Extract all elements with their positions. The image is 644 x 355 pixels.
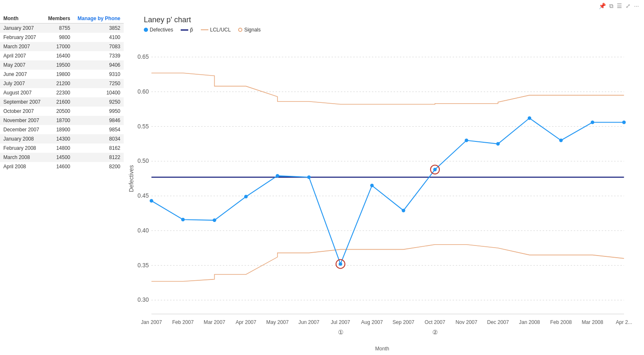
table-cell: 9854 — [74, 125, 124, 134]
table-cell: 14300 — [44, 134, 74, 144]
table-cell: 17000 — [44, 42, 74, 51]
table-row: October 2007205009950 — [0, 107, 124, 116]
table-row: September 2007216009250 — [0, 97, 124, 107]
svg-text:0.45: 0.45 — [138, 193, 149, 199]
table-cell: December 2007 — [0, 125, 44, 134]
legend-pbar: p̄ — [181, 27, 193, 33]
svg-point-40 — [339, 262, 342, 266]
legend-defectives: Defectives — [144, 27, 173, 33]
table-row: June 2007198009310 — [0, 70, 124, 79]
pbar-line — [181, 29, 188, 31]
svg-text:0.40: 0.40 — [138, 227, 149, 234]
legend-lcl-label: LCL/UCL — [210, 27, 231, 33]
legend-lcl: LCL/UCL — [201, 27, 231, 33]
svg-text:0.30: 0.30 — [138, 297, 149, 303]
toolbar: 📌 ⧉ ☰ ⤢ ··· — [0, 0, 644, 12]
lcl-line — [201, 29, 208, 30]
table-cell: 9846 — [74, 116, 124, 125]
table-cell: 18900 — [44, 125, 74, 134]
table-row: April 2008146008200 — [0, 162, 124, 171]
svg-text:0.50: 0.50 — [138, 158, 149, 164]
svg-point-47 — [559, 138, 563, 142]
col-members: Members — [44, 14, 74, 23]
svg-text:②: ② — [432, 329, 438, 336]
svg-point-43 — [433, 168, 436, 171]
table-cell: February 2008 — [0, 144, 44, 153]
svg-text:0.35: 0.35 — [138, 262, 149, 269]
table-cell: 14600 — [44, 162, 74, 171]
table-cell: May 2007 — [0, 60, 44, 70]
table-row: January 200787553852 — [0, 23, 124, 33]
svg-point-36 — [213, 219, 216, 222]
table-cell: 8034 — [74, 134, 124, 144]
filter-icon[interactable]: ☰ — [617, 3, 622, 10]
svg-text:Defectives: Defectives — [128, 165, 135, 192]
table-row: February 2008148008162 — [0, 144, 124, 153]
table-row: July 2007212007250 — [0, 79, 124, 88]
table-cell: 8162 — [74, 144, 124, 153]
table-row: January 2008143008034 — [0, 134, 124, 144]
svg-point-42 — [402, 209, 405, 212]
table-row: December 2007189009854 — [0, 125, 124, 134]
table-cell: November 2007 — [0, 116, 44, 125]
table-cell: 9250 — [74, 97, 124, 107]
signal-dot — [238, 28, 242, 32]
svg-point-37 — [244, 195, 247, 198]
table-cell: 8122 — [74, 153, 124, 162]
svg-point-35 — [181, 218, 184, 221]
chart-title: Laney p' chart — [127, 16, 637, 24]
table-cell: September 2007 — [0, 97, 44, 107]
table-row: February 200798004100 — [0, 33, 124, 42]
table-cell: 10400 — [74, 88, 124, 97]
table-row: November 2007187009846 — [0, 116, 124, 125]
table-cell: July 2007 — [0, 79, 44, 88]
svg-text:Oct 2007: Oct 2007 — [425, 319, 446, 325]
table-cell: January 2008 — [0, 134, 44, 144]
table-cell: 9310 — [74, 70, 124, 79]
table-cell: 3852 — [74, 23, 124, 33]
svg-text:Sep 2007: Sep 2007 — [392, 319, 414, 325]
svg-text:Apr 2...: Apr 2... — [616, 319, 632, 325]
svg-text:Feb 2007: Feb 2007 — [172, 319, 194, 325]
expand-icon[interactable]: ⤢ — [626, 3, 631, 10]
defectives-dot — [144, 28, 148, 32]
svg-text:Feb 2008: Feb 2008 — [550, 319, 572, 325]
table-row: March 2008145008122 — [0, 153, 124, 162]
table-cell: 18700 — [44, 116, 74, 125]
svg-text:Jan 2007: Jan 2007 — [141, 319, 162, 325]
svg-text:①: ① — [338, 329, 343, 336]
table-cell: 21600 — [44, 97, 74, 107]
table-cell: April 2008 — [0, 162, 44, 171]
svg-text:Jul 2007: Jul 2007 — [331, 319, 350, 325]
svg-text:May 2007: May 2007 — [266, 319, 289, 325]
chart-drawing-area: 0.300.350.400.450.500.550.600.65Defectiv… — [127, 34, 637, 345]
legend-signals-label: Signals — [244, 27, 260, 33]
table-cell: June 2007 — [0, 70, 44, 79]
table-cell: 19500 — [44, 60, 74, 70]
svg-text:Aug 2007: Aug 2007 — [361, 319, 383, 325]
svg-point-41 — [370, 184, 374, 187]
table-cell: 8200 — [74, 162, 124, 171]
table-cell: 14500 — [44, 153, 74, 162]
chart-panel: Laney p' chart Defectives p̄ LCL/UCL Sig… — [124, 12, 644, 355]
table-cell: 16400 — [44, 51, 74, 60]
table-cell: 9950 — [74, 107, 124, 116]
table-cell: 19800 — [44, 70, 74, 79]
table-cell: January 2007 — [0, 23, 44, 33]
svg-point-45 — [496, 142, 499, 146]
table-cell: March 2008 — [0, 153, 44, 162]
col-manage: Manage by Phone — [74, 14, 124, 23]
copy-icon[interactable]: ⧉ — [609, 3, 613, 10]
svg-point-49 — [622, 120, 626, 124]
more-icon[interactable]: ··· — [634, 3, 639, 10]
table-cell: 7339 — [74, 51, 124, 60]
legend-defectives-label: Defectives — [150, 27, 173, 33]
legend-pbar-label: p̄ — [190, 27, 193, 33]
table-row: April 2007164007339 — [0, 51, 124, 60]
data-table: Month Members Manage by Phone January 20… — [0, 12, 124, 355]
svg-text:0.55: 0.55 — [138, 123, 149, 130]
table-cell: 22300 — [44, 88, 74, 97]
table-cell: October 2007 — [0, 107, 44, 116]
pin-icon[interactable]: 📌 — [599, 3, 606, 10]
table-cell: August 2007 — [0, 88, 44, 97]
